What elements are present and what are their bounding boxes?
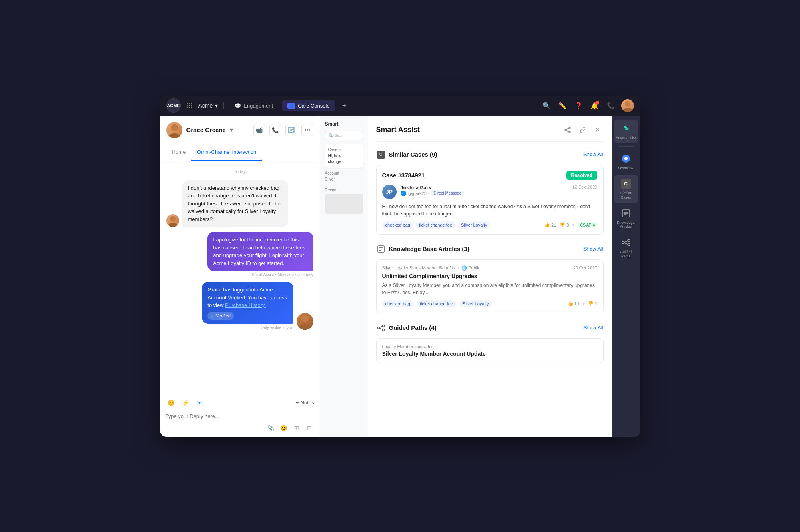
close-button[interactable]: ✕ bbox=[592, 124, 604, 136]
message-meta: Smart Assist • Message • Just now bbox=[252, 273, 313, 277]
contact-dropdown-icon[interactable]: ▾ bbox=[230, 126, 233, 134]
svg-rect-0 bbox=[187, 103, 188, 104]
nav-tab-care-console[interactable]: 👤 Care Console bbox=[282, 100, 335, 111]
nav-brand[interactable]: Acme ▾ bbox=[198, 102, 218, 109]
svg-line-29 bbox=[379, 326, 382, 327]
purchase-history-link[interactable]: Purchase History. bbox=[225, 302, 266, 308]
kb-tag-2[interactable]: ticket change fee bbox=[417, 300, 456, 307]
emoji-button[interactable]: 😊 bbox=[166, 397, 177, 408]
video-call-button[interactable]: 📹 bbox=[253, 124, 265, 136]
cases-icon: C bbox=[376, 150, 386, 159]
voice-call-button[interactable]: 📞 bbox=[269, 124, 281, 136]
kb-tag-3[interactable]: Silver Loyalty bbox=[459, 300, 492, 307]
day-separator: Today bbox=[166, 167, 313, 175]
search-icon[interactable]: 🔍 bbox=[541, 100, 552, 111]
gp-title: Silver Loyalty Member Account Update bbox=[382, 351, 597, 357]
account-label: Account bbox=[325, 171, 363, 175]
svg-point-37 bbox=[628, 243, 630, 246]
recommend-label: Recom bbox=[325, 188, 363, 192]
tag-silver-loyalty[interactable]: Silver Loyalty bbox=[458, 221, 490, 229]
similar-cases-header: C Similar Cases (9) Show All bbox=[376, 150, 604, 159]
svg-point-10 bbox=[623, 108, 632, 112]
share-button[interactable] bbox=[562, 124, 573, 136]
user-avatar[interactable] bbox=[621, 99, 634, 112]
add-tab-button[interactable]: + bbox=[339, 100, 350, 111]
notes-button[interactable]: + Notes bbox=[296, 400, 314, 406]
smart-preview-title: Smart bbox=[325, 121, 363, 127]
guided-paths-icon bbox=[620, 237, 632, 248]
expand-button[interactable] bbox=[577, 124, 588, 136]
overview-label: Overview bbox=[618, 166, 634, 170]
format-button[interactable]: ⊞ bbox=[292, 423, 301, 433]
omni-channel-tab[interactable]: Omni-Channel Interaction bbox=[191, 144, 262, 161]
case-user-info: Joshua Park ✓ @jpark23 • Direct Message bbox=[401, 185, 569, 196]
email-button[interactable]: 📧 bbox=[194, 397, 206, 408]
nav-tab-engagement[interactable]: 💬 Engagement bbox=[229, 100, 279, 111]
chat-messages: Today I don't understand why my checked … bbox=[160, 161, 320, 393]
chat-footer: 😊 ⚡ 📧 + Notes 📎 😊 ⊞ ⊡ bbox=[160, 393, 320, 437]
kb-tag-1[interactable]: checked bag bbox=[382, 300, 413, 307]
tag-ticket-change[interactable]: ticket change fee bbox=[416, 221, 455, 229]
svg-line-21 bbox=[566, 130, 569, 132]
case-user-name: Joshua Park bbox=[401, 185, 569, 191]
app-container: ACME Acme ▾ | 💬 Engagement 👤 bbox=[160, 96, 640, 437]
app-logo[interactable]: ACME bbox=[166, 98, 181, 113]
case-description: Hi, how do I get the fee for a last minu… bbox=[382, 203, 597, 217]
grid-icon[interactable] bbox=[184, 100, 195, 111]
incoming-message: I don't understand why my checked bag an… bbox=[182, 180, 288, 227]
svg-rect-2 bbox=[191, 103, 192, 104]
svg-point-13 bbox=[170, 216, 176, 222]
sidebar-item-overview[interactable]: Overview bbox=[614, 150, 638, 173]
svg-point-11 bbox=[171, 124, 178, 131]
smart-search-preview[interactable]: 🔍 Se... bbox=[325, 131, 363, 140]
svg-rect-7 bbox=[189, 107, 190, 108]
refresh-button[interactable]: 🔄 bbox=[285, 124, 297, 136]
attach-button[interactable]: 📎 bbox=[266, 423, 276, 433]
case-preview-label: Case a bbox=[328, 147, 360, 152]
message-row: I don't understand why my checked bag an… bbox=[166, 180, 313, 227]
svg-point-18 bbox=[569, 131, 570, 133]
kb-upvote: 👍 11 bbox=[568, 301, 579, 306]
gp-show-all[interactable]: Show All bbox=[583, 325, 604, 331]
case-card-header: Case #3784921 Resolved bbox=[382, 171, 597, 180]
home-tab[interactable]: Home bbox=[166, 144, 192, 161]
kb-section-title: Knowledge Base Articles (3) bbox=[376, 244, 469, 254]
knowledge-articles-icon bbox=[620, 208, 632, 219]
sidebar-item-similar-cases[interactable]: C Similar Cases bbox=[614, 175, 638, 203]
svg-point-35 bbox=[622, 241, 624, 244]
notifications-icon[interactable]: 🔔 1 bbox=[589, 100, 600, 111]
quick-reply-button[interactable]: ⚡ bbox=[180, 397, 191, 408]
care-console-icon: 👤 bbox=[287, 103, 295, 109]
similar-cases-show-all[interactable]: Show All bbox=[583, 151, 604, 157]
emoji-input-button[interactable]: 😊 bbox=[279, 423, 289, 433]
gp-section-header: Guided Paths (4) Show All bbox=[376, 323, 604, 333]
sidebar-item-knowledge-articles[interactable]: Knowledge Articles bbox=[614, 205, 638, 233]
svg-rect-3 bbox=[187, 105, 188, 106]
edit-icon[interactable]: ✏️ bbox=[557, 100, 568, 111]
upvote: 👍 21 bbox=[545, 222, 556, 227]
sidebar-item-smart-assist[interactable]: Smart Assist bbox=[614, 120, 638, 143]
search-icon-small: 🔍 bbox=[329, 133, 333, 138]
chat-toolbar: 😊 ⚡ 📧 + Notes bbox=[166, 397, 314, 408]
tag-checked-bag[interactable]: checked bag bbox=[382, 221, 413, 229]
phone-icon[interactable]: 📞 bbox=[605, 100, 616, 111]
more-options-button[interactable]: ••• bbox=[301, 124, 313, 136]
case-preview-text2: change bbox=[328, 159, 360, 165]
case-card: Case #3784921 Resolved JP Joshua Park ✓ … bbox=[376, 165, 604, 235]
message-row-outgoing: I apologize for the inconvenience this h… bbox=[166, 232, 313, 277]
svg-point-19 bbox=[565, 129, 566, 131]
main-area: Grace Greene ▾ 📹 📞 🔄 ••• Home Omni-Chann… bbox=[160, 116, 640, 437]
guided-path-card: Loyalty Member Upgrades Silver Loyalty M… bbox=[376, 338, 604, 363]
smart-assist-label: Smart Assist bbox=[616, 136, 636, 140]
sidebar-item-guided-paths[interactable]: Guided Paths bbox=[614, 234, 638, 262]
send-button[interactable]: ⊡ bbox=[305, 423, 314, 433]
reply-input[interactable] bbox=[166, 412, 314, 421]
case-date: 12 Dec 2020 bbox=[572, 185, 597, 189]
kb-show-all[interactable]: Show All bbox=[583, 246, 604, 252]
svg-point-9 bbox=[625, 101, 630, 107]
help-icon[interactable]: ❓ bbox=[573, 100, 584, 111]
svg-line-38 bbox=[624, 241, 628, 242]
svg-point-27 bbox=[382, 325, 384, 327]
guided-paths-label: Guided Paths bbox=[616, 250, 636, 259]
vote-row: 👍 21 👎 3 • CSAT 4 bbox=[545, 221, 597, 229]
